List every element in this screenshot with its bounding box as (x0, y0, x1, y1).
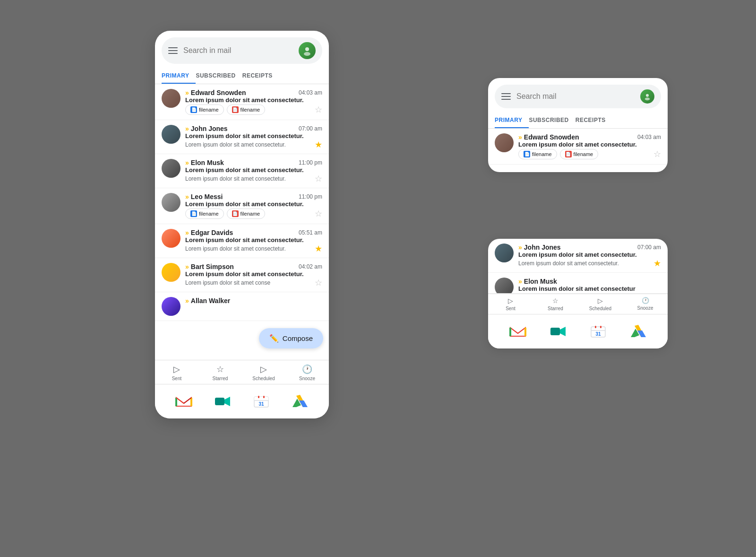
meet-app-icon[interactable] (547, 320, 569, 343)
bottom-panel-card: » John Jones 07:00 am Lorem ipsum dolor … (488, 239, 668, 348)
svg-text:31: 31 (258, 401, 264, 407)
menu-icon[interactable] (168, 47, 178, 54)
calendar-app-icon[interactable]: 31 (587, 320, 610, 343)
email-time: 07:00 am (299, 125, 322, 132)
file-icon-blue: 📄 (524, 151, 530, 157)
sender-avatar (162, 297, 180, 316)
email-content: » John Jones 07:00 am Lorem ipsum dolor … (185, 125, 322, 149)
bottom-nav: ▷ Sent ☆ Starred ▷ Scheduled 🕐 Snooze (488, 294, 668, 314)
search-bar[interactable] (495, 85, 661, 108)
attachment-chip: 📄filename (185, 209, 224, 219)
tabs-bar: PRIMARY SUBSCRIBED RECEIPTS (155, 69, 329, 84)
sender-name: » Edward Snowden (518, 133, 579, 141)
compose-label: Compose (283, 334, 313, 342)
search-input[interactable] (516, 92, 635, 101)
email-item[interactable]: » Edward Snowden 04:03 am Lorem ipsum do… (488, 129, 668, 165)
nav-scheduled-label: Scheduled (252, 376, 275, 381)
star-button[interactable]: ☆ (315, 209, 322, 218)
compose-pencil-icon: ✏️ (269, 334, 279, 343)
email-item[interactable]: » Leo Messi 11:00 pm Lorem ipsum dolor s… (155, 188, 329, 224)
meet-app-icon[interactable] (211, 390, 234, 413)
attachment-chip: 📄filename (560, 149, 599, 159)
sender-name: » Allan Walker (185, 297, 322, 305)
email-item[interactable]: » Edgar Davids 05:51 am Lorem ipsum dolo… (155, 224, 329, 258)
star-button[interactable]: ☆ (315, 105, 322, 114)
calendar-app-icon[interactable]: 31 (250, 390, 273, 413)
email-time: 11:00 pm (299, 159, 322, 166)
sent-icon: ▷ (173, 364, 180, 374)
email-item[interactable]: » Bart Simpson 04:02 am Lorem ipsum dolo… (155, 258, 329, 292)
sender-name: » Edward Snowden (185, 89, 246, 96)
svg-point-19 (646, 94, 649, 97)
star-button[interactable]: ★ (653, 259, 661, 268)
tab-subscribed[interactable]: SUBSCRIBED (529, 113, 575, 128)
star-nav-icon: ☆ (552, 297, 558, 305)
email-preview: Lorem ipsum dolor sit amet consectetur. (185, 175, 286, 182)
top-panel-card: PRIMARY SUBSCRIBED RECEIPTS » Edward Sno… (488, 78, 668, 172)
star-button[interactable]: ☆ (315, 278, 322, 287)
email-preview: Lorem ipsum dolor sit amet consectetur. (185, 245, 286, 252)
sender-name: » Bart Simpson (185, 263, 234, 270)
nav-sent[interactable]: ▷ Sent (155, 364, 198, 381)
nav-sent-label: Sent (506, 306, 515, 311)
svg-rect-4 (215, 398, 224, 405)
sender-avatar (495, 278, 514, 294)
nav-starred-label: Starred (548, 306, 563, 311)
google-apps-bar: 31 (155, 384, 329, 418)
search-bar[interactable] (162, 37, 322, 64)
email-item[interactable]: » Edward Snowden 04:03 am Lorem ipsum do… (155, 84, 329, 120)
email-time: 11:00 pm (299, 193, 322, 200)
tab-receipts[interactable]: RECEIPTS (576, 113, 612, 128)
nav-snooze[interactable]: 🕐 Snooze (285, 364, 329, 381)
sender-avatar (495, 133, 514, 152)
sender-avatar (162, 159, 180, 178)
email-subject: Lorem ipsum dolor sit amet consectetur. (185, 132, 322, 139)
star-button[interactable]: ★ (315, 244, 322, 253)
file-icon-red: 📄 (232, 106, 239, 113)
compose-button[interactable]: ✏️ Compose (259, 328, 323, 348)
star-button[interactable]: ☆ (653, 150, 661, 158)
attachments: 📄filename 📄filename (518, 149, 598, 159)
svg-point-0 (305, 47, 309, 51)
avatar[interactable] (299, 42, 316, 59)
email-item[interactable]: » Elon Musk Lorem insum dolor sit amet c… (488, 273, 668, 294)
star-button[interactable]: ★ (315, 140, 322, 149)
email-content: » Elon Musk Lorem insum dolor sit amet c… (518, 278, 661, 292)
tab-subscribed[interactable]: SUBSCRIBED (196, 69, 242, 84)
attachments: 📄filename 📄filename (185, 104, 265, 115)
search-input[interactable] (183, 46, 293, 55)
sender-name: » Leo Messi (185, 193, 223, 200)
nav-starred[interactable]: ☆ Starred (198, 364, 242, 381)
email-item[interactable]: » John Jones 07:00 am Lorem ipsum dolor … (155, 120, 329, 154)
email-item[interactable]: » John Jones 07:00 am Lorem ipsum dolor … (488, 239, 668, 273)
email-item[interactable]: » Allan Walker (155, 292, 329, 321)
tab-primary[interactable]: PRIMARY (162, 69, 196, 84)
nav-starred[interactable]: ☆ Starred (533, 297, 578, 311)
gmail-app-icon[interactable] (507, 320, 529, 343)
menu-icon[interactable] (501, 93, 511, 100)
tab-primary[interactable]: PRIMARY (495, 113, 529, 128)
svg-rect-30 (600, 326, 601, 328)
nav-sent[interactable]: ▷ Sent (488, 297, 533, 311)
gmail-app-icon[interactable] (172, 390, 195, 413)
drive-app-icon[interactable] (289, 390, 311, 413)
email-item[interactable]: » Elon Musk 11:00 pm Lorem ipsum dolor s… (155, 154, 329, 188)
nav-scheduled[interactable]: ▷ Scheduled (578, 297, 623, 311)
drive-app-icon[interactable] (627, 320, 650, 343)
tab-receipts[interactable]: RECEIPTS (242, 69, 279, 84)
sent-icon: ▷ (508, 297, 513, 305)
forward-icon: » (185, 263, 189, 270)
email-content: » Bart Simpson 04:02 am Lorem ipsum dolo… (185, 263, 322, 287)
snooze-icon: 🕐 (302, 364, 312, 374)
star-button[interactable]: ☆ (315, 174, 322, 183)
nav-scheduled[interactable]: ▷ Scheduled (242, 364, 285, 381)
forward-icon: » (185, 89, 189, 96)
nav-snooze[interactable]: 🕐 Snooze (623, 297, 668, 311)
svg-rect-29 (595, 326, 596, 328)
star-nav-icon: ☆ (216, 364, 224, 374)
avatar[interactable] (640, 89, 654, 104)
nav-snooze-label: Snooze (637, 305, 653, 311)
email-time: 04:02 am (299, 263, 322, 270)
attachments: 📄filename 📄filename (185, 209, 265, 219)
email-list: » Edward Snowden 04:03 am Lorem ipsum do… (155, 84, 329, 360)
